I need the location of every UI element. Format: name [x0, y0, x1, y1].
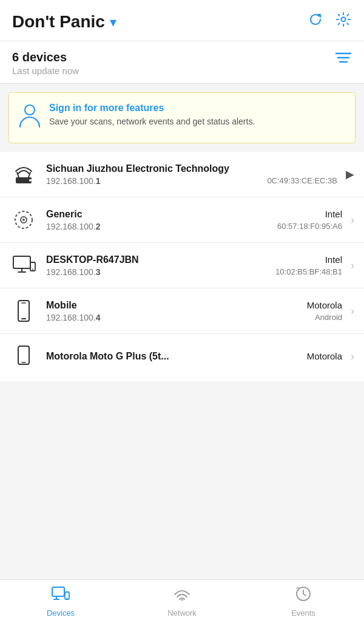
- last-update-text: Last update now: [12, 66, 79, 76]
- device-name: Sichuan Jiuzhou Electronic Technology: [46, 163, 229, 174]
- network-icon: [173, 586, 191, 606]
- device-item[interactable]: Motorola Moto G Plus (5t... Motorola ›: [0, 334, 364, 381]
- chevron-right-icon: ›: [351, 305, 354, 318]
- device-mac: 10:02:B5:BF:48:B1: [275, 267, 342, 276]
- signin-description: Save your scans, network events and get …: [49, 116, 255, 128]
- device-item[interactable]: DESKTOP-R647JBN Intel 192.168.100.3 10:0…: [0, 243, 364, 288]
- device-vendor: Intel: [325, 209, 342, 219]
- device-item[interactable]: Mobile Motorola 192.168.100.4 Android ›: [0, 288, 364, 334]
- device-mac: 60:57:18:F0:95:A6: [277, 222, 342, 231]
- signin-text: Sign in for more features Save your scan…: [49, 103, 255, 128]
- svg-point-0: [342, 18, 346, 22]
- device-item[interactable]: Generic Intel 192.168.100.2 60:57:18:F0:…: [0, 197, 364, 243]
- settings-icon[interactable]: [335, 11, 352, 32]
- signin-banner[interactable]: Sign in for more features Save your scan…: [8, 92, 356, 143]
- sub-header: 6 devices Last update now: [0, 41, 364, 84]
- refresh-icon[interactable]: [307, 11, 324, 32]
- device-ip: 192.168.100.1: [46, 176, 101, 186]
- nav-item-network[interactable]: Network: [121, 580, 243, 623]
- chevron-right-icon: ›: [351, 214, 354, 226]
- signin-title: Sign in for more features: [49, 103, 255, 114]
- svg-rect-21: [52, 587, 64, 596]
- svg-rect-11: [13, 256, 30, 268]
- svg-point-7: [29, 179, 32, 182]
- svg-point-10: [22, 219, 25, 221]
- device-details: Generic Intel 192.168.100.2 60:57:18:F0:…: [46, 209, 342, 231]
- device-icon-desktop: [10, 251, 38, 279]
- app-header: Don't Panic ▾: [0, 0, 364, 41]
- device-name: Generic: [46, 209, 83, 220]
- device-details: Mobile Motorola 192.168.100.4 Android: [46, 300, 342, 322]
- devices-icon: [52, 586, 70, 606]
- device-name: Motorola Moto G Plus (5t...: [46, 351, 169, 362]
- svg-line-29: [303, 594, 306, 596]
- device-details: Sichuan Jiuzhou Electronic Technology 19…: [46, 163, 337, 186]
- filter-icon[interactable]: [335, 51, 352, 68]
- nav-item-devices[interactable]: Devices: [0, 580, 121, 623]
- events-label: Events: [291, 608, 315, 618]
- device-vendor: Motorola: [307, 300, 342, 310]
- device-icon-mobile: [10, 297, 38, 325]
- devices-label: Devices: [47, 608, 75, 618]
- svg-rect-16: [18, 301, 29, 321]
- device-mac: 0C:49:33:CE:EC:3B: [267, 176, 337, 185]
- device-ip: 192.168.100.3: [46, 267, 101, 277]
- device-name: DESKTOP-R647JBN: [46, 254, 139, 265]
- device-icon-router: [10, 160, 38, 188]
- header-actions: [307, 11, 352, 32]
- header-left: Don't Panic ▾: [12, 12, 116, 32]
- app-title: Don't Panic: [12, 12, 105, 32]
- device-secondary-info: Android: [315, 313, 342, 322]
- device-count: 6 devices: [12, 50, 79, 64]
- device-item[interactable]: Sichuan Jiuzhou Electronic Technology 19…: [0, 152, 364, 197]
- device-icon-motorola: [10, 342, 38, 370]
- device-list: Sichuan Jiuzhou Electronic Technology 19…: [0, 152, 364, 381]
- svg-rect-19: [18, 346, 29, 364]
- device-vendor: Intel: [325, 254, 342, 265]
- dropdown-chevron-icon[interactable]: ▾: [110, 15, 116, 30]
- device-ip: 192.168.100.2: [46, 222, 101, 231]
- device-icon-generic: [10, 206, 38, 234]
- nav-item-events[interactable]: Events: [243, 580, 364, 623]
- device-vendor: Motorola: [307, 351, 342, 361]
- user-icon: [19, 104, 41, 133]
- device-details: DESKTOP-R647JBN Intel 192.168.100.3 10:0…: [46, 254, 342, 277]
- events-icon: [294, 586, 312, 606]
- chevron-right-icon: ›: [351, 350, 354, 363]
- svg-point-26: [181, 599, 183, 601]
- device-name: Mobile: [46, 300, 77, 311]
- network-label: Network: [167, 608, 197, 618]
- bottom-navigation: Devices Network Events: [0, 579, 364, 623]
- chevron-right-icon: ›: [351, 259, 354, 272]
- device-ip: 192.168.100.4: [46, 313, 101, 322]
- device-summary: 6 devices Last update now: [12, 50, 79, 76]
- play-icon: ▶: [346, 168, 354, 181]
- device-details: Motorola Moto G Plus (5t... Motorola: [46, 351, 342, 362]
